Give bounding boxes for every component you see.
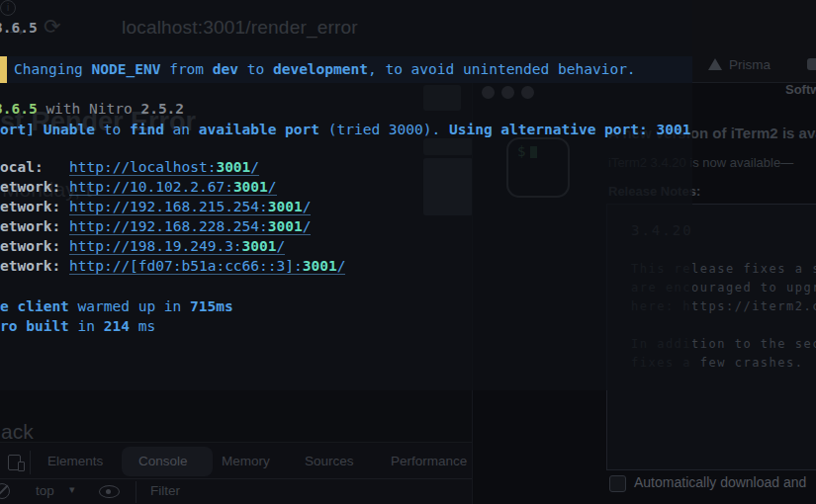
divider	[30, 451, 31, 474]
listen-row: etwork:http://10.102.2.67:3001/	[0, 179, 60, 195]
clear-console-icon[interactable]	[0, 483, 10, 499]
devtools-tab-elements[interactable]: Elements	[47, 454, 103, 468]
dialog-window-title: Software Update	[785, 82, 816, 97]
live-expression-eye-icon[interactable]	[99, 485, 120, 498]
divider	[136, 481, 136, 503]
terminal-line: e client warmed up in 715ms	[0, 298, 233, 314]
chevron-down-icon[interactable]: ▾	[69, 483, 75, 496]
warn-badge-icon	[0, 56, 7, 83]
bookmark-label: Prisma	[729, 57, 771, 72]
listen-row: etwork:http://192.168.215.254:3001/	[0, 199, 60, 214]
listen-row: ocal:http://localhost:3001/	[0, 159, 44, 175]
server-url-link[interactable]: http://192.168.215.254:3001/	[69, 199, 311, 215]
screen: → ⟳ i localhost:3001/render_error dripDe…	[0, 0, 816, 504]
terminal-line: 3.6.5	[0, 20, 38, 36]
listen-label: ocal:	[0, 159, 44, 175]
auto-download-checkbox[interactable]	[609, 475, 626, 492]
terminal-line: ort] Unable to find an available port (t…	[0, 122, 690, 137]
server-url-link[interactable]: http://10.102.2.67:3001/	[69, 179, 277, 196]
server-url-link[interactable]: http://192.168.228.254:3001/	[69, 218, 311, 235]
prisma-icon	[708, 58, 722, 70]
server-url-link[interactable]: http://[fd07:b51a:cc66::3]:3001/	[69, 258, 345, 275]
devtools-tab-sources[interactable]: Sources	[305, 454, 354, 468]
go-back-button[interactable]: ack	[1, 420, 34, 444]
listen-row: etwork:http://198.19.249.3:3001/	[0, 238, 60, 254]
listen-label: etwork:	[0, 218, 60, 234]
listen-label: etwork:	[0, 199, 60, 214]
listen-label: etwork:	[0, 238, 60, 254]
devtools-tab-performance[interactable]: Performance	[391, 454, 467, 468]
bookmark-partial[interactable]	[807, 55, 816, 73]
terminal-line: Changing NODE_ENV from dev to developmen…	[14, 61, 636, 77]
listen-label: etwork:	[0, 258, 60, 274]
devtools-tab-memory[interactable]: Memory	[222, 454, 270, 468]
site-icon	[807, 58, 816, 70]
bookmark-Prisma[interactable]: Prisma	[708, 55, 771, 73]
page-background	[0, 390, 472, 442]
context-selector[interactable]: top	[36, 483, 54, 498]
listen-row: etwork:http://[fd07:b51a:cc66::3]:3001/	[0, 258, 60, 274]
console-filter-input[interactable]: Filter	[150, 483, 180, 498]
terminal-line: ro built in 214 ms	[0, 318, 155, 334]
devtools-tab-console[interactable]: Console	[138, 454, 188, 468]
listen-label: etwork:	[0, 179, 60, 195]
listen-row: etwork:http://192.168.228.254:3001/	[0, 218, 60, 234]
auto-download-label: Automatically download and	[634, 474, 806, 490]
device-toolbar-icon[interactable]	[8, 455, 21, 470]
terminal-line: 3.6.5 with Nitro 2.5.2	[0, 101, 184, 117]
server-url-link[interactable]: http://198.19.249.3:3001/	[69, 238, 285, 255]
server-url-link[interactable]: http://localhost:3001/	[69, 159, 259, 176]
terminal-window[interactable]: 3.6.5Changing NODE_ENV from dev to devel…	[0, 0, 692, 390]
